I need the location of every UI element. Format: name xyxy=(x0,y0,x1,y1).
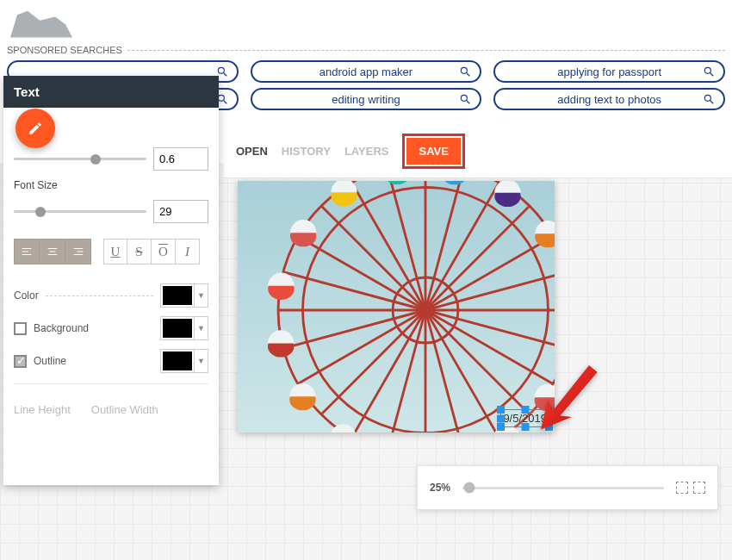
line-height-label: Line Height xyxy=(14,403,71,416)
color-swatch xyxy=(163,286,192,305)
canvas-image[interactable]: 9/5/2019 xyxy=(238,181,555,432)
slider-thumb[interactable] xyxy=(90,154,101,165)
background-checkbox[interactable] xyxy=(14,322,27,335)
align-right-button[interactable] xyxy=(65,239,91,264)
outline-color-picker[interactable]: ▼ xyxy=(160,349,208,373)
font-size-input[interactable] xyxy=(153,200,208,223)
search-icon xyxy=(703,65,715,78)
ferris-wheel-illustration xyxy=(262,181,555,432)
text-tool-panel: Text Font Size U S O xyxy=(3,76,219,485)
outline-checkbox[interactable] xyxy=(14,355,27,368)
svg-line-11 xyxy=(710,101,714,104)
align-center-button[interactable] xyxy=(40,239,65,264)
font-size-slider[interactable] xyxy=(14,210,146,213)
text-align-group xyxy=(14,239,91,264)
edit-fab-button[interactable] xyxy=(16,109,55,148)
text-style-group: U S O I xyxy=(103,239,200,264)
tab-layers[interactable]: LAYERS xyxy=(344,145,389,158)
svg-line-9 xyxy=(467,101,470,104)
annotation-arrow-icon xyxy=(534,362,603,434)
background-label: Background xyxy=(34,322,153,334)
stroke-thickness-slider[interactable] xyxy=(14,158,146,160)
slider-thumb[interactable] xyxy=(35,207,46,217)
color-label: Color xyxy=(14,289,39,302)
outline-width-label: Outline Width xyxy=(91,403,158,416)
font-size-label: Font Size xyxy=(14,179,208,191)
zoom-slider[interactable] xyxy=(462,487,664,489)
selection-handle[interactable] xyxy=(497,414,505,422)
editor-tabbar: OPEN HISTORY LAYERS SAVE xyxy=(224,125,732,178)
sponsored-searches-label: SPONSORED SEARCHES xyxy=(7,45,122,55)
stroke-thickness-input[interactable] xyxy=(153,147,208,171)
panel-title: Text xyxy=(3,76,219,108)
svg-line-1 xyxy=(223,73,226,77)
svg-point-2 xyxy=(462,67,468,73)
svg-point-10 xyxy=(704,95,710,101)
svg-point-0 xyxy=(218,67,224,73)
selection-handle[interactable] xyxy=(497,406,505,414)
search-pill[interactable]: android app maker xyxy=(251,60,482,83)
search-pill[interactable]: editing writing xyxy=(251,88,482,110)
svg-line-3 xyxy=(467,73,470,77)
underline-button[interactable]: U xyxy=(103,239,127,264)
save-highlight-box: SAVE xyxy=(402,134,464,169)
selection-handle[interactable] xyxy=(521,423,529,431)
svg-point-4 xyxy=(704,67,710,73)
svg-point-50 xyxy=(384,181,410,184)
tab-open[interactable]: OPEN xyxy=(236,145,268,158)
strikethrough-button[interactable]: S xyxy=(127,239,152,264)
search-icon xyxy=(703,93,715,105)
slider-thumb[interactable] xyxy=(464,482,475,494)
chevron-down-icon[interactable]: ▼ xyxy=(194,350,208,372)
divider xyxy=(127,50,725,51)
svg-line-5 xyxy=(710,73,714,77)
chevron-down-icon[interactable]: ▼ xyxy=(194,317,208,339)
svg-marker-55 xyxy=(541,365,598,429)
svg-point-51 xyxy=(442,181,468,184)
zoom-level-label: 25% xyxy=(430,482,450,494)
search-pill[interactable]: adding text to photos xyxy=(493,88,725,110)
search-pill-text: editing writing xyxy=(263,93,470,106)
app-logo xyxy=(7,3,76,41)
search-pill-text: applying for passport xyxy=(506,65,713,78)
background-color-picker[interactable]: ▼ xyxy=(160,316,208,340)
search-pill[interactable]: applying for passport xyxy=(493,60,725,83)
outline-label: Outline xyxy=(34,355,153,367)
fullscreen-icon[interactable] xyxy=(693,482,705,494)
svg-point-6 xyxy=(218,95,224,101)
selection-handle[interactable] xyxy=(497,423,505,431)
fit-screen-icon[interactable] xyxy=(676,482,688,494)
color-swatch xyxy=(163,319,192,338)
divider xyxy=(14,383,208,384)
text-color-picker[interactable]: ▼ xyxy=(160,283,208,308)
align-left-button[interactable] xyxy=(14,239,40,264)
tab-history[interactable]: HISTORY xyxy=(282,145,331,158)
search-pill-text: android app maker xyxy=(263,65,470,78)
chevron-down-icon[interactable]: ▼ xyxy=(194,284,208,307)
divider xyxy=(46,296,153,296)
save-button[interactable]: SAVE xyxy=(406,138,460,165)
italic-button[interactable]: I xyxy=(176,239,200,264)
zoom-toolbar: 25% xyxy=(417,465,718,510)
color-swatch xyxy=(163,352,192,370)
search-icon xyxy=(459,65,471,78)
selection-handle[interactable] xyxy=(521,406,529,414)
svg-line-7 xyxy=(223,101,226,104)
search-icon xyxy=(459,93,471,105)
search-pill-text: adding text to photos xyxy=(506,93,713,106)
svg-point-8 xyxy=(462,95,468,101)
overline-button[interactable]: O xyxy=(152,239,176,264)
